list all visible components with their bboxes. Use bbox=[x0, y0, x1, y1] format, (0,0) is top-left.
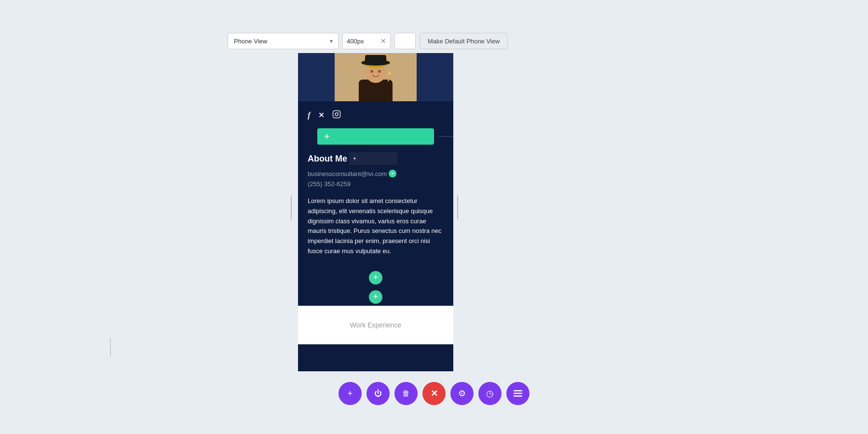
overlay-plus: + bbox=[353, 155, 356, 162]
page-indicator-left bbox=[110, 338, 111, 357]
add-block-button[interactable]: + bbox=[317, 128, 434, 145]
person-illustration bbox=[335, 53, 417, 101]
white-section: Work Experience bbox=[298, 306, 453, 344]
about-title-overlay: + bbox=[349, 152, 397, 165]
bottom-close-icon: ✕ bbox=[431, 388, 438, 399]
bottom-settings-icon: ⚙ bbox=[458, 388, 466, 399]
about-title-wrap: About Me + bbox=[308, 152, 444, 165]
about-title: About Me bbox=[308, 154, 347, 164]
px-input-wrap: ✕ bbox=[342, 33, 391, 49]
phone-preview: f ✕ + About Me + bbox=[298, 53, 453, 371]
bottom-clock-button[interactable]: ◷ bbox=[478, 382, 502, 405]
bottom-settings-button[interactable]: ⚙ bbox=[450, 382, 474, 405]
profile-image bbox=[335, 53, 417, 101]
contact-email: businessconsultant@ivi.com + bbox=[308, 170, 444, 177]
about-section: About Me + businessconsultant@ivi.com + … bbox=[298, 148, 453, 264]
view-select[interactable]: Phone View Tablet View Desktop View bbox=[228, 33, 339, 49]
handle-line-left bbox=[291, 195, 292, 219]
toolbar: Phone View Tablet View Desktop View ▼ ✕ … bbox=[228, 33, 508, 49]
email-add-button[interactable]: + bbox=[389, 170, 396, 177]
phone-text: (255) 352-6259 bbox=[308, 180, 351, 188]
center-add-button[interactable]: + bbox=[369, 271, 382, 285]
bottom-close-button[interactable]: ✕ bbox=[422, 382, 446, 405]
svg-point-11 bbox=[335, 113, 338, 116]
bottom-power-icon: ⏻ bbox=[374, 389, 382, 398]
svg-point-12 bbox=[338, 112, 339, 113]
bottom-trash-icon: 🗑 bbox=[402, 389, 410, 398]
svg-rect-13 bbox=[514, 390, 522, 392]
bottom-toolbar: + ⏻ 🗑 ✕ ⚙ ◷ bbox=[339, 382, 529, 405]
add-block-container: + bbox=[308, 128, 444, 145]
svg-rect-14 bbox=[514, 393, 522, 394]
svg-rect-6 bbox=[365, 55, 386, 64]
bottom-add-icon: + bbox=[348, 389, 353, 399]
bottom-power-button[interactable]: ⏻ bbox=[366, 382, 390, 405]
right-drag-handle[interactable] bbox=[456, 193, 460, 222]
twitter-x-icon[interactable]: ✕ bbox=[318, 111, 325, 120]
left-drag-handle[interactable] bbox=[289, 193, 293, 222]
bottom-add-button[interactable]: + bbox=[339, 382, 362, 405]
px-input[interactable] bbox=[343, 35, 377, 48]
add-block-line bbox=[439, 136, 453, 137]
email-text: businessconsultant@ivi.com bbox=[308, 170, 387, 177]
px-clear-button[interactable]: ✕ bbox=[377, 33, 390, 49]
handle-line-right bbox=[457, 195, 458, 219]
bottom-clock-icon: ◷ bbox=[486, 388, 494, 399]
contact-phone: (255) 352-6259 bbox=[308, 180, 444, 188]
svg-rect-15 bbox=[514, 395, 522, 397]
svg-point-7 bbox=[370, 70, 373, 73]
view-select-wrap: Phone View Tablet View Desktop View ▼ bbox=[228, 33, 339, 49]
social-icons-row: f ✕ bbox=[298, 101, 453, 125]
svg-point-8 bbox=[378, 70, 381, 73]
svg-rect-10 bbox=[333, 111, 340, 118]
profile-image-area bbox=[298, 53, 453, 101]
bottom-bars-button[interactable] bbox=[506, 382, 529, 405]
bottom-bars-icon bbox=[514, 390, 522, 397]
svg-point-9 bbox=[388, 72, 391, 75]
center-add-container: + bbox=[298, 264, 453, 288]
section-divider-add-button[interactable]: + bbox=[369, 290, 382, 304]
work-exp-label: Work Experience bbox=[350, 321, 401, 329]
instagram-icon[interactable] bbox=[332, 110, 341, 121]
px-extra-input bbox=[394, 33, 416, 49]
make-default-button[interactable]: Make Default Phone View bbox=[420, 33, 508, 49]
facebook-icon[interactable]: f bbox=[308, 110, 311, 120]
lorem-text: Lorem ipsum dolor sit amet consectetur a… bbox=[308, 196, 444, 257]
bottom-trash-button[interactable]: 🗑 bbox=[394, 382, 418, 405]
add-block-icon: + bbox=[324, 131, 330, 142]
section-divider: + bbox=[298, 288, 453, 306]
